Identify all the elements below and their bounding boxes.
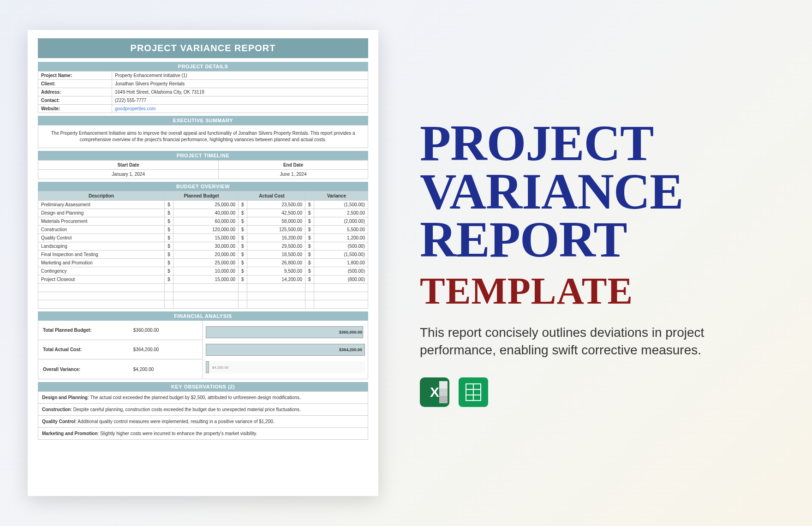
table-row — [38, 292, 368, 300]
title-line-3: REPORT — [420, 215, 780, 264]
section-header-details: PROJECT DETAILS — [38, 62, 368, 71]
title-line-1: PROJECT — [420, 119, 780, 167]
table-row: Construction $120,000.00 $125,500.00 $5,… — [38, 226, 368, 234]
financial-chart: $360,000.00$364,200.00$4,200.00 — [203, 321, 368, 379]
chart-bar: $360,000.00 — [206, 326, 365, 338]
subtitle: TEMPLATE — [420, 269, 780, 313]
observation-row: Quality Control: Additional quality cont… — [38, 416, 368, 428]
observations-table: Design and Planning: The actual cost exc… — [38, 391, 368, 440]
section-header-timeline: PROJECT TIMELINE — [38, 151, 368, 160]
doc-title: PROJECT VARIANCE REPORT — [38, 38, 368, 58]
title-line-2: VARIANCE — [420, 167, 780, 216]
excel-icon — [420, 377, 449, 407]
observation-row: Design and Planning: The actual cost exc… — [38, 392, 368, 404]
section-header-summary: EXECUTIVE SUMMARY — [38, 116, 368, 125]
google-sheets-icon — [459, 377, 488, 407]
chart-bar: $4,200.00 — [206, 361, 365, 373]
table-row: Design and Planning $40,000.00 $42,500.0… — [38, 209, 368, 217]
budget-table: Description Planned Budget Actual Cost V… — [38, 191, 368, 309]
section-header-financial: FINANCIAL ANALYSIS — [38, 311, 368, 321]
section-header-observations: KEY OBSERVATIONS (2) — [38, 382, 368, 391]
observation-row: Construction: Despite careful planning, … — [38, 404, 368, 416]
table-row: Project Closeout $15,000.00 $14,200.00 $… — [38, 275, 368, 284]
table-row: Marketing and Promotion $25,000.00 $26,8… — [38, 259, 368, 267]
title-panel: PROJECT VARIANCE REPORT TEMPLATE This re… — [420, 119, 780, 406]
executive-summary: The Property Enhancement Initiative aims… — [38, 125, 368, 148]
table-row: Contingency $10,000.00 $9,500.00 $(500.0… — [38, 267, 368, 275]
table-row: Materials Procurement $60,000.00 $58,000… — [38, 217, 368, 226]
financial-analysis-row: Total Planned Budget:$360,000.00 Total A… — [38, 321, 368, 379]
timeline-table: Start DateEnd Date January 1, 2024June 1… — [38, 160, 368, 179]
table-row — [38, 284, 368, 292]
document-preview: PROJECT VARIANCE REPORT PROJECT DETAILS … — [28, 30, 378, 496]
table-row: Quality Control $15,000.00 $16,200.00 $1… — [38, 234, 368, 242]
observation-row: Marketing and Promotion: Slightly higher… — [38, 428, 368, 440]
promo-description: This report concisely outlines deviation… — [420, 324, 780, 359]
project-details-table: Project Name:Property Enhancement Initia… — [38, 71, 368, 113]
section-header-budget: BUDGET OVERVIEW — [38, 182, 368, 191]
table-row: Preliminary Assessment $25,000.00 $23,50… — [38, 201, 368, 209]
table-row: Landscaping $30,000.00 $29,500.00 $(500.… — [38, 242, 368, 251]
table-row: Final Inspection and Testing $20,000.00 … — [38, 251, 368, 259]
chart-bar: $364,200.00 — [206, 344, 365, 356]
table-row — [38, 300, 368, 309]
